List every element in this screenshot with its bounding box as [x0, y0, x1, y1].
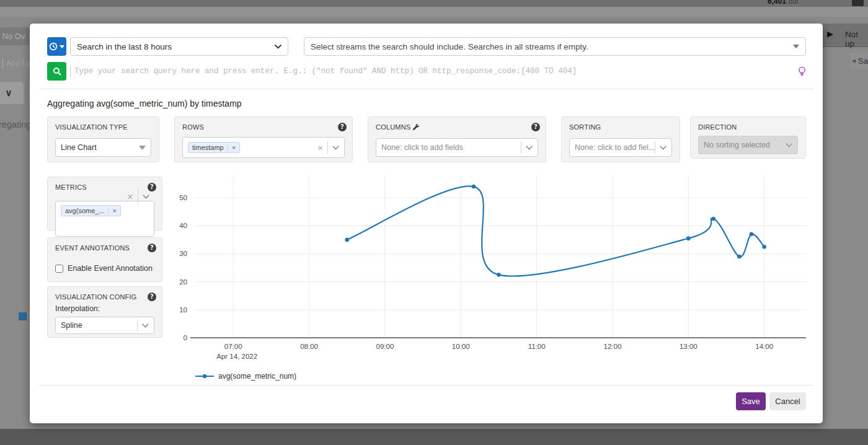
aggregation-title: Aggregating avg(some_metric_num) by time… [47, 99, 242, 108]
rows-field-select[interactable]: timestamp× × [182, 137, 345, 158]
line-chart: 0102030405007:0008:0009:0010:0011:0012:0… [166, 172, 811, 364]
svg-text:0: 0 [184, 334, 187, 341]
svg-text:30: 30 [179, 250, 187, 257]
clock-icon [49, 42, 58, 51]
navbar-menu-icon [852, 0, 864, 6]
interpolation-select[interactable]: Spline [55, 317, 154, 334]
help-icon[interactable]: ? [531, 123, 540, 131]
visualization-config-panel: VISUALIZATION CONFIG ? Interpolation: Sp… [47, 286, 162, 338]
background-top-navbar: 6,401out [0, 0, 868, 7]
svg-text:08:00: 08:00 [300, 343, 318, 350]
background-tab-chevron: ∨ [0, 82, 24, 104]
chevron-down-icon[interactable] [142, 324, 149, 328]
lightbulb-icon[interactable] [798, 66, 806, 77]
chevron-down-icon [786, 143, 792, 148]
rows-chip-timestamp[interactable]: timestamp× [188, 142, 240, 153]
metrics-field-select[interactable]: avg(some_...× [55, 201, 154, 237]
cancel-button[interactable]: Cancel [769, 392, 806, 410]
legend-line-icon [195, 373, 214, 379]
svg-text:09:00: 09:00 [376, 343, 394, 350]
clear-icon[interactable]: × [127, 192, 133, 202]
text-cursor [70, 66, 71, 77]
timerange-config-button[interactable] [47, 37, 66, 56]
caret-down-icon [60, 45, 64, 48]
legend-label: avg(some_metric_num) [218, 372, 296, 381]
svg-text:10: 10 [179, 306, 187, 314]
enable-event-annotation-checkbox[interactable] [55, 265, 63, 273]
chip-close-icon[interactable]: × [108, 208, 117, 214]
svg-text:10:00: 10:00 [452, 343, 470, 350]
chevron-down-icon[interactable] [332, 146, 339, 150]
help-icon[interactable]: ? [148, 244, 156, 252]
columns-field-select[interactable]: None: click to add fields [376, 138, 538, 157]
svg-text:20: 20 [179, 278, 187, 286]
chip-close-icon[interactable]: × [228, 144, 236, 151]
background-legend-swatch [19, 312, 27, 320]
sorting-field-select[interactable]: None: click to add fiel... [569, 138, 672, 157]
svg-text:50: 50 [179, 194, 187, 201]
svg-text:13:00: 13:00 [680, 343, 698, 350]
metrics-panel: METRICS ? avg(some_...× × [47, 177, 162, 231]
metrics-chip-avg[interactable]: avg(some_...× [61, 205, 121, 216]
svg-text:11:00: 11:00 [528, 343, 546, 350]
wrench-icon [413, 124, 419, 130]
timerange-select[interactable]: Search in the last 8 hours [70, 37, 288, 56]
play-icon: ▶ [827, 29, 833, 38]
clear-icon[interactable]: × [317, 143, 323, 152]
streams-select[interactable]: Select streams the search should include… [304, 37, 806, 56]
floppy-disk-icon [852, 58, 856, 64]
caret-down-icon [139, 146, 146, 150]
direction-panel: DIRECTION No sorting selected [690, 117, 806, 159]
background-bottom-strip [0, 429, 868, 445]
divider [39, 385, 813, 386]
svg-text:Apr 14, 2022: Apr 14, 2022 [216, 353, 257, 360]
visualization-type-select[interactable]: Line Chart [55, 138, 151, 157]
columns-panel: COLUMNS ? None: click to add fields [368, 117, 546, 162]
direction-select-disabled: No sorting selected [698, 136, 798, 154]
background-widget-title: regating [0, 120, 31, 130]
svg-text:14:00: 14:00 [755, 343, 773, 350]
sorting-panel: SORTING None: click to add fiel... [561, 117, 680, 162]
edit-widget-modal: Search in the last 8 hours Select stream… [30, 24, 823, 423]
caret-down-icon [793, 45, 799, 48]
chevron-down-icon[interactable] [660, 146, 666, 150]
visualization-type-panel: VISUALIZATION TYPE Line Chart [47, 117, 159, 162]
search-submit-button[interactable] [47, 62, 66, 81]
enable-event-annotation-row[interactable]: Enable Event Annotation [55, 264, 153, 273]
message-count: 6,401out [768, 0, 798, 6]
help-icon[interactable]: ? [338, 123, 347, 131]
svg-text:12:00: 12:00 [604, 343, 622, 350]
chevron-down-icon [275, 45, 281, 49]
divider [39, 89, 813, 89]
chevron-down-icon: ∨ [6, 87, 12, 98]
svg-text:07:00: 07:00 [224, 343, 242, 350]
chart-legend-item[interactable]: avg(some_metric_num) [195, 372, 296, 381]
background-band [0, 7, 868, 17]
background-save-button: Sa [850, 53, 868, 69]
search-icon [53, 67, 61, 76]
save-button[interactable]: Save [736, 392, 766, 410]
rows-panel: ROWS ? timestamp× × [174, 117, 353, 162]
search-query-input[interactable]: Type your search query here and press en… [70, 62, 806, 81]
chevron-down-icon[interactable] [526, 146, 533, 150]
event-annotations-panel: EVENT ANNOTATIONS ? Enable Event Annotat… [47, 237, 162, 282]
background-refresh-status: Not up [845, 30, 868, 48]
chevron-down-icon[interactable] [143, 195, 149, 199]
svg-text:40: 40 [179, 222, 187, 229]
help-icon[interactable]: ? [148, 293, 156, 301]
